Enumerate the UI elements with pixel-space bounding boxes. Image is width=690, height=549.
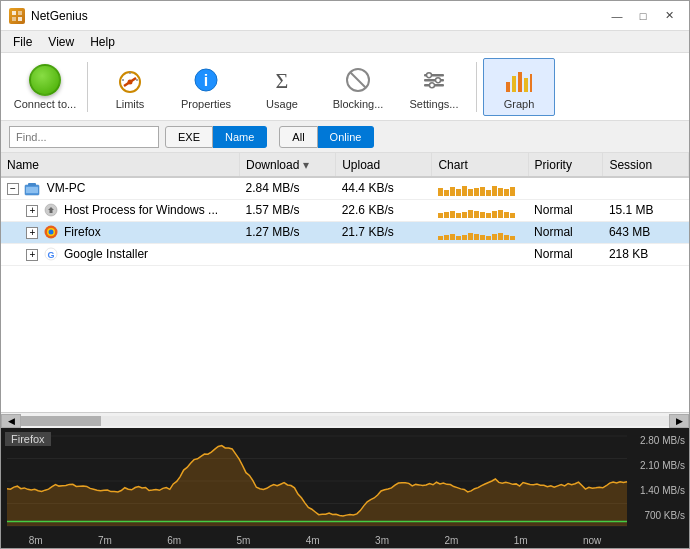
svg-rect-24: [524, 78, 528, 92]
graph-x-label-8m: 8m: [29, 535, 43, 546]
horizontal-scrollbar[interactable]: ◀ ▶: [1, 412, 689, 428]
all-filter-button[interactable]: All: [279, 126, 317, 148]
chart-cell: [432, 199, 528, 221]
table-row[interactable]: + Firefox 1.27 MB/s 21.7 KB/s: [1, 221, 689, 243]
session-cell: 218 KB: [603, 243, 689, 265]
graph-y-axis: 2.80 MB/s 2.10 MB/s 1.40 MB/s 700 KB/s: [640, 428, 685, 528]
settings-label: Settings...: [410, 98, 459, 110]
col-session[interactable]: Session: [603, 153, 689, 177]
graph-y-label-1: 2.80 MB/s: [640, 435, 685, 446]
maximize-button[interactable]: □: [631, 6, 655, 26]
svg-rect-23: [518, 72, 522, 92]
session-cell: 643 MB: [603, 221, 689, 243]
connect-label: Connect to...: [14, 98, 76, 110]
name-cell: + Firefox: [1, 221, 239, 243]
scroll-right-btn[interactable]: ▶: [669, 414, 689, 428]
graph-icon: [503, 64, 535, 96]
name-cell: + G Google Installer: [1, 243, 239, 265]
properties-icon: i: [190, 64, 222, 96]
svg-rect-25: [530, 74, 532, 92]
priority-cell: Normal: [528, 199, 603, 221]
exe-name-toggle: EXE Name: [165, 126, 267, 148]
download-cell: 1.57 MB/s: [239, 199, 335, 221]
online-filter-button[interactable]: Online: [318, 126, 375, 148]
connect-button[interactable]: Connect to...: [9, 58, 81, 116]
filter-bar: EXE Name All Online: [1, 121, 689, 153]
limits-icon: [114, 64, 146, 96]
svg-point-20: [430, 82, 435, 87]
graph-y-label-2: 2.10 MB/s: [640, 460, 685, 471]
menu-view[interactable]: View: [40, 33, 82, 51]
row-expander[interactable]: +: [26, 227, 38, 239]
graph-x-label-3m: 3m: [375, 535, 389, 546]
svg-rect-2: [12, 17, 16, 21]
limits-label: Limits: [116, 98, 145, 110]
window-title: NetGenius: [31, 9, 88, 23]
svg-rect-0: [12, 11, 16, 15]
name-toggle-button[interactable]: Name: [213, 126, 267, 148]
graph-x-label-7m: 7m: [98, 535, 112, 546]
menu-file[interactable]: File: [5, 33, 40, 51]
scrollbar-thumb[interactable]: [21, 416, 101, 426]
session-cell: 15.1 MB: [603, 199, 689, 221]
row-expander[interactable]: +: [26, 205, 38, 217]
toolbar-separator-2: [476, 62, 477, 112]
graph-button[interactable]: Graph: [483, 58, 555, 116]
properties-button[interactable]: i Properties: [170, 58, 242, 116]
row-expander[interactable]: +: [26, 249, 38, 261]
toolbar: Connect to... Limits i: [1, 53, 689, 121]
name-cell: + Host Process for Windows ...: [1, 199, 239, 221]
col-priority[interactable]: Priority: [528, 153, 603, 177]
graph-canvas: [1, 428, 689, 548]
menu-bar: File View Help: [1, 31, 689, 53]
exe-toggle-button[interactable]: EXE: [165, 126, 213, 148]
usage-button[interactable]: Σ Usage: [246, 58, 318, 116]
svg-line-14: [351, 72, 366, 87]
close-button[interactable]: ✕: [657, 6, 681, 26]
graph-x-label-6m: 6m: [167, 535, 181, 546]
table-row[interactable]: + G Google Installer Normal 218 KB: [1, 243, 689, 265]
graph-y-label-3: 1.40 MB/s: [640, 485, 685, 496]
table-row[interactable]: − VM-PC 2.84 MB/s 44.4 KB/s: [1, 177, 689, 199]
col-upload[interactable]: Upload: [336, 153, 432, 177]
svg-rect-28: [26, 187, 38, 193]
usage-label: Usage: [266, 98, 298, 110]
download-cell: [239, 243, 335, 265]
col-chart[interactable]: Chart: [432, 153, 528, 177]
upload-cell: 21.7 KB/s: [336, 221, 432, 243]
svg-rect-27: [28, 183, 36, 186]
minimize-button[interactable]: —: [605, 6, 629, 26]
graph-y-label-4: 700 KB/s: [640, 510, 685, 521]
svg-text:Σ: Σ: [276, 68, 289, 93]
svg-point-18: [427, 72, 432, 77]
limits-button[interactable]: Limits: [94, 58, 166, 116]
graph-x-label-5m: 5m: [237, 535, 251, 546]
menu-help[interactable]: Help: [82, 33, 123, 51]
graph-x-label-now: now: [583, 535, 601, 546]
usage-icon: Σ: [266, 64, 298, 96]
graph-area: Firefox 2.80 MB/s 2.10 MB/s 1.40 MB/s 70…: [1, 428, 689, 548]
table-row[interactable]: + Host Process for Windows ... 1.57 MB/s…: [1, 199, 689, 221]
priority-cell: [528, 177, 603, 199]
svg-text:G: G: [47, 250, 54, 260]
graph-x-label-4m: 4m: [306, 535, 320, 546]
graph-x-axis: 8m 7m 6m 5m 4m 3m 2m 1m now: [1, 535, 629, 546]
scrollbar-track[interactable]: [21, 416, 669, 426]
properties-label: Properties: [181, 98, 231, 110]
upload-cell: 44.4 KB/s: [336, 177, 432, 199]
chart-cell: [432, 177, 528, 199]
svg-rect-22: [512, 76, 516, 92]
graph-x-label-1m: 1m: [514, 535, 528, 546]
scroll-left-btn[interactable]: ◀: [1, 414, 21, 428]
name-cell: − VM-PC: [1, 177, 239, 199]
svg-rect-3: [18, 17, 22, 21]
title-bar: NetGenius — □ ✕: [1, 1, 689, 31]
svg-rect-21: [506, 82, 510, 92]
search-input[interactable]: [9, 126, 159, 148]
svg-rect-1: [18, 11, 22, 15]
col-name[interactable]: Name: [1, 153, 239, 177]
col-download[interactable]: Download ▾: [239, 153, 335, 177]
row-expander[interactable]: −: [7, 183, 19, 195]
settings-button[interactable]: Settings...: [398, 58, 470, 116]
blocking-button[interactable]: Blocking...: [322, 58, 394, 116]
